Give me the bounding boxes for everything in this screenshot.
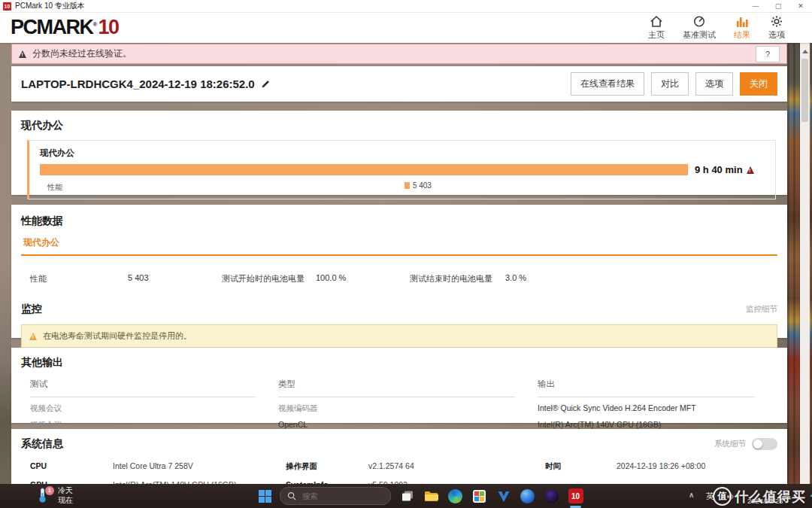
system-details-toggle[interactable]	[752, 438, 777, 450]
registered-mark: ®	[93, 21, 98, 28]
performance-data-card: 性能数据 现代办公 性能 5 403 测试开始时的电池电量 100.0 % 测试…	[11, 205, 787, 338]
search-input[interactable]	[301, 491, 371, 501]
bar-chart-icon	[735, 15, 749, 28]
modern-office-run-title: 现代办公	[40, 148, 765, 159]
monitoring-details-link[interactable]: 监控细节	[746, 304, 777, 315]
monitoring-header-row: 监控 监控细节	[21, 303, 777, 316]
dark-app-button[interactable]	[544, 488, 559, 504]
window-controls: — ▢ ✕	[744, 0, 812, 12]
table-cell: Intel® Quick Sync Video H.264 Encoder MF…	[538, 397, 777, 414]
system-info-header: 系统信息 系统细节	[21, 437, 777, 451]
maximize-button[interactable]: ▢	[767, 0, 789, 12]
monitoring-title: 监控	[21, 303, 42, 316]
taskbar-search[interactable]	[280, 487, 391, 505]
sysinfo-label: CPU	[30, 461, 113, 472]
sysinfo-value: 2024-12-19 18:26 +08:00	[617, 461, 777, 472]
metric-battery-end-label: 测试结束时的电池电量	[410, 273, 505, 284]
store-icon	[472, 489, 486, 503]
nav-options[interactable]: 选项	[768, 15, 785, 41]
minimize-button[interactable]: —	[744, 0, 767, 12]
battery-life-bar-row: 9 h 40 min !	[40, 164, 765, 175]
page-scrollbar[interactable]	[800, 43, 810, 484]
scrollbar-thumb[interactable]	[801, 59, 808, 122]
start-button[interactable]	[259, 490, 271, 503]
input-language-indicator[interactable]: 英	[706, 491, 714, 502]
col-header-type: 类型	[278, 373, 515, 397]
view-online-button[interactable]: 在线查看结果	[571, 72, 644, 96]
other-output-card: 其他输出 测试 类型 输出 视频会议 视频编码器 Intel® Quick Sy…	[11, 348, 787, 423]
help-button[interactable]: ?	[756, 46, 780, 62]
weather-condition: 冷天	[58, 486, 73, 496]
pcmark-taskbar-icon: 10	[568, 488, 583, 503]
duration-warning-icon: !	[747, 166, 754, 174]
task-view-button[interactable]	[399, 488, 415, 504]
taskbar-date[interactable]: 2024/12/23	[747, 497, 783, 505]
nav-options-label: 选项	[768, 29, 785, 41]
modern-office-card: 现代办公 现代办公 9 h 40 min ! 性能 5 403	[11, 111, 787, 195]
compare-button[interactable]: 对比	[651, 72, 689, 96]
pcmark-logo: PCMARK®10	[11, 17, 118, 38]
weather-widget[interactable]: 1 冷天 现在	[38, 486, 73, 505]
logo-text: PCMARK	[11, 16, 93, 38]
metric-performance-value: 5 403	[128, 273, 222, 284]
pcmark-taskbar-button[interactable]: 10	[568, 488, 583, 504]
table-cell: OpenCL	[278, 414, 538, 430]
battery-life-bar	[40, 164, 688, 175]
sysinfo-value: Intel Core Ultra 7 258V	[113, 461, 286, 472]
warning-icon: !	[19, 50, 26, 58]
watermark-arrow-icon	[809, 491, 812, 503]
search-icon	[287, 491, 296, 500]
ms-store-button[interactable]	[471, 488, 487, 504]
file-explorer-button[interactable]	[423, 488, 439, 504]
wallpaper-left-strip	[0, 43, 11, 484]
validation-message: 分数尚未经过在线验证。	[32, 47, 132, 60]
logo-number: 10	[98, 16, 118, 38]
results-page: ! 分数尚未经过在线验证。 ? LAPTOP-LRDHCGK4_2024-12-…	[0, 43, 812, 484]
table-cell: 视频会议	[30, 397, 278, 414]
options-button[interactable]: 选项	[695, 72, 733, 96]
col-header-test: 测试	[30, 373, 256, 397]
blue-swirl-icon	[520, 489, 535, 503]
close-window-button[interactable]: ✕	[789, 0, 812, 12]
blue-app-button[interactable]	[520, 488, 535, 504]
window-title: PCMark 10 专业版本	[15, 1, 85, 11]
performance-score: 5 403	[413, 181, 432, 190]
pencil-icon	[261, 79, 271, 89]
home-icon	[650, 15, 663, 28]
metric-battery-start-label: 测试开始时的电池电量	[222, 273, 316, 284]
active-app-indicator	[570, 506, 581, 508]
result-header-card: LAPTOP-LRDHCGK4_2024-12-19 18:26:52.0 在线…	[11, 66, 787, 102]
volume-icon[interactable]	[726, 491, 735, 504]
sysinfo-label: 时间	[545, 461, 617, 472]
tray-expand-chevron[interactable]: ∧	[689, 491, 694, 499]
system-info-title: 系统信息	[21, 437, 63, 451]
v-app-button[interactable]	[495, 488, 511, 504]
scroll-up-arrow[interactable]	[802, 47, 808, 53]
nav-results[interactable]: 结果	[734, 15, 750, 41]
thermometer-icon: 1	[38, 487, 53, 505]
main-nav: 主页 基准测试 结果 选项	[648, 15, 785, 41]
close-result-button[interactable]: 关闭	[740, 72, 777, 96]
metric-battery-end-value: 3.0 %	[505, 273, 777, 284]
win-pane	[259, 497, 265, 503]
performance-tabbar: 现代办公	[21, 235, 777, 256]
system-details-control: 系统细节	[714, 438, 777, 450]
sysinfo-label: 操作界面	[286, 461, 368, 472]
other-output-title: 其他输出	[21, 356, 777, 370]
battery-life-duration: 9 h 40 min	[695, 164, 743, 175]
nav-benchmarks[interactable]: 基准测试	[683, 15, 716, 41]
system-details-label: 系统细节	[714, 439, 746, 449]
legend-swatch	[404, 182, 410, 189]
metric-performance-label: 性能	[30, 273, 128, 284]
taskbar-center: 10	[259, 485, 583, 506]
nav-home[interactable]: 主页	[648, 15, 665, 41]
table-cell: 视频编码器	[278, 397, 538, 414]
modern-office-result-box: 现代办公 9 h 40 min ! 性能 5 403	[27, 140, 776, 199]
tab-modern-office[interactable]: 现代办公	[23, 237, 59, 248]
edge-browser-button[interactable]	[447, 488, 463, 504]
other-output-table: 测试 类型 输出 视频会议 视频编码器 Intel® Quick Sync Vi…	[21, 373, 777, 430]
edit-title-button[interactable]	[261, 79, 271, 89]
toggle-knob	[753, 440, 762, 449]
win-pane	[265, 490, 271, 496]
edge-icon	[448, 489, 462, 503]
